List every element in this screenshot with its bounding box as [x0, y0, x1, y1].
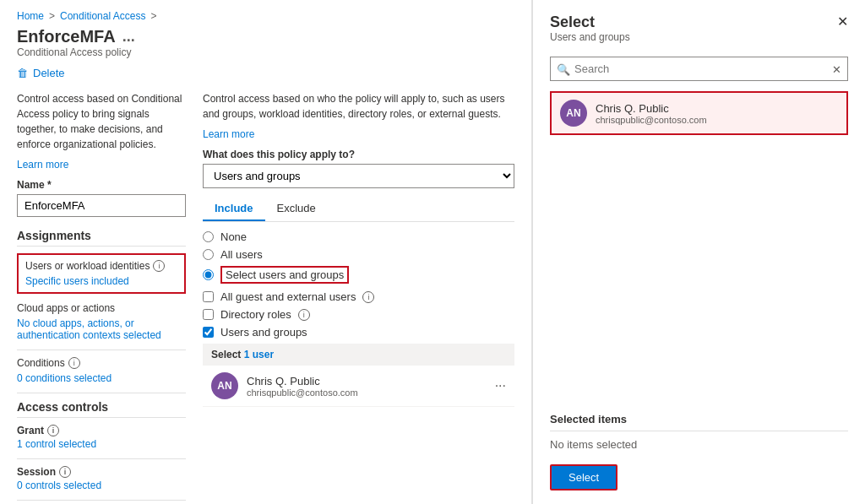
- session-label: Session i: [17, 466, 186, 478]
- radio-select-users[interactable]: Select users and groups: [203, 266, 514, 284]
- checkbox-guest[interactable]: All guest and external users i: [203, 290, 514, 303]
- checkbox-users-groups-label: Users and groups: [220, 326, 307, 339]
- name-input[interactable]: [17, 194, 186, 217]
- name-field-group: Name *: [17, 179, 186, 229]
- checkbox-group: All guest and external users i Directory…: [203, 290, 514, 339]
- page-title: EnforceMFA: [17, 27, 116, 46]
- breadcrumb-separator: >: [49, 10, 55, 22]
- cloud-apps-value[interactable]: No cloud apps, actions, or authenticatio…: [17, 317, 186, 341]
- user-info: Chris Q. Public chrisqpublic@contoso.com: [247, 375, 487, 398]
- search-input[interactable]: [550, 57, 848, 81]
- radio-all-users[interactable]: All users: [203, 248, 514, 261]
- conditional-access-link[interactable]: Conditional Access: [60, 10, 145, 22]
- no-items-text: No items selected: [550, 438, 848, 451]
- users-value[interactable]: Specific users included: [25, 275, 177, 287]
- tab-include[interactable]: Include: [203, 197, 265, 221]
- close-button[interactable]: ✕: [837, 14, 848, 30]
- result-avatar: AN: [560, 100, 587, 127]
- radio-all-users-label: All users: [220, 248, 263, 261]
- select-panel: Select Users and groups ✕ 🔍 ✕ AN Chris Q…: [532, 0, 865, 504]
- conditions-label: Conditions i: [17, 357, 186, 369]
- name-label: Name *: [17, 179, 186, 191]
- conditions-item: Conditions i 0 conditions selected: [17, 357, 186, 384]
- checkbox-directory-input[interactable]: [203, 309, 214, 320]
- include-exclude-tabs: Include Exclude: [203, 197, 514, 222]
- radio-all-users-input[interactable]: [203, 249, 214, 260]
- search-icon: 🔍: [557, 62, 570, 75]
- directory-info-icon[interactable]: i: [298, 309, 310, 321]
- search-clear-icon[interactable]: ✕: [832, 62, 841, 75]
- grant-info-icon[interactable]: i: [47, 425, 59, 436]
- guest-info-icon[interactable]: i: [362, 291, 374, 303]
- select-panel-header: Select Users and groups ✕: [550, 14, 848, 53]
- conditions-value[interactable]: 0 conditions selected: [17, 372, 186, 384]
- conditions-info-icon[interactable]: i: [68, 357, 80, 369]
- policy-applies-dropdown-wrapper: Users and groups Workload identities: [203, 164, 514, 188]
- session-value[interactable]: 0 controls selected: [17, 480, 186, 491]
- selected-items-section: Selected items No items selected: [550, 413, 848, 451]
- user-list-item: AN Chris Q. Public chrisqpublic@contoso.…: [203, 366, 514, 407]
- checkbox-guest-label: All guest and external users: [220, 290, 356, 303]
- more-options-icon[interactable]: ...: [122, 28, 135, 46]
- grant-value[interactable]: 1 control selected: [17, 438, 186, 450]
- left-panel: Home > Conditional Access > EnforceMFA .…: [0, 0, 532, 504]
- delete-button[interactable]: 🗑 Delete: [17, 67, 514, 79]
- grant-section: Grant i 1 control selected: [17, 425, 186, 450]
- users-assignment-item[interactable]: Users or workload identities i Specific …: [17, 253, 186, 294]
- page-title-row: EnforceMFA ...: [17, 27, 514, 46]
- checkbox-users-groups[interactable]: Users and groups: [203, 326, 514, 339]
- bottom-area: Select: [550, 451, 848, 490]
- select-panel-subtitle: Users and groups: [550, 31, 630, 43]
- radio-none-input[interactable]: [203, 231, 214, 242]
- selected-divider: [550, 431, 848, 431]
- home-link[interactable]: Home: [17, 10, 44, 22]
- policy-applies-select[interactable]: Users and groups Workload identities: [203, 164, 514, 188]
- right-description: Control access based on who the policy w…: [203, 91, 514, 122]
- right-learn-more[interactable]: Learn more: [203, 128, 514, 140]
- radio-select-users-input[interactable]: [203, 269, 214, 280]
- left-learn-more[interactable]: Learn more: [17, 159, 186, 171]
- checkbox-directory[interactable]: Directory roles i: [203, 308, 514, 321]
- radio-none[interactable]: None: [203, 230, 514, 243]
- selected-items-title: Selected items: [550, 413, 848, 425]
- user-more-options-icon[interactable]: ···: [495, 378, 506, 393]
- select-panel-title: Select: [550, 14, 630, 31]
- user-name: Chris Q. Public: [247, 375, 487, 387]
- session-info-icon[interactable]: i: [59, 466, 71, 478]
- result-item[interactable]: AN Chris Q. Public chrisqpublic@contoso.…: [550, 91, 848, 135]
- user-email: chrisqpublic@contoso.com: [247, 387, 487, 398]
- checkbox-users-groups-input[interactable]: [203, 327, 214, 338]
- select-header: Select 1 user: [203, 344, 514, 366]
- users-info-icon[interactable]: i: [153, 260, 165, 272]
- left-col: Control access based on Conditional Acce…: [17, 91, 186, 504]
- result-info: Chris Q. Public chrisqpublic@contoso.com: [596, 102, 838, 125]
- spacer: [550, 142, 848, 413]
- left-description: Control access based on Conditional Acce…: [17, 91, 186, 152]
- radio-select-users-label: Select users and groups: [220, 266, 349, 284]
- checkbox-guest-input[interactable]: [203, 291, 214, 302]
- cloud-apps-label: Cloud apps or actions: [17, 302, 186, 314]
- grant-label: Grant i: [17, 425, 186, 436]
- radio-none-label: None: [220, 230, 247, 243]
- radio-group: None All users Select users and groups: [203, 230, 514, 284]
- search-box: 🔍 ✕: [550, 57, 848, 81]
- avatar: AN: [211, 372, 238, 399]
- select-section: Select 1 user AN Chris Q. Public chrisqp…: [203, 344, 514, 407]
- result-email: chrisqpublic@contoso.com: [596, 115, 838, 125]
- page-subtitle: Conditional Access policy: [17, 46, 514, 58]
- trash-icon: 🗑: [17, 67, 28, 79]
- right-col: Control access based on who the policy w…: [203, 91, 514, 504]
- assignments-title: Assignments: [17, 229, 186, 247]
- select-panel-title-group: Select Users and groups: [550, 14, 630, 53]
- policy-applies-label: What does this policy apply to?: [203, 149, 514, 160]
- checkbox-directory-label: Directory roles: [220, 308, 291, 321]
- delete-label: Delete: [33, 67, 65, 79]
- session-section: Session i 0 controls selected: [17, 466, 186, 491]
- users-label: Users or workload identities i: [25, 260, 177, 272]
- select-action-button[interactable]: Select: [550, 464, 617, 490]
- tab-exclude[interactable]: Exclude: [265, 197, 328, 221]
- access-controls-title: Access controls: [17, 400, 186, 418]
- result-name: Chris Q. Public: [596, 102, 838, 115]
- breadcrumb-separator2: >: [150, 10, 156, 22]
- main-content: Control access based on Conditional Acce…: [17, 91, 514, 504]
